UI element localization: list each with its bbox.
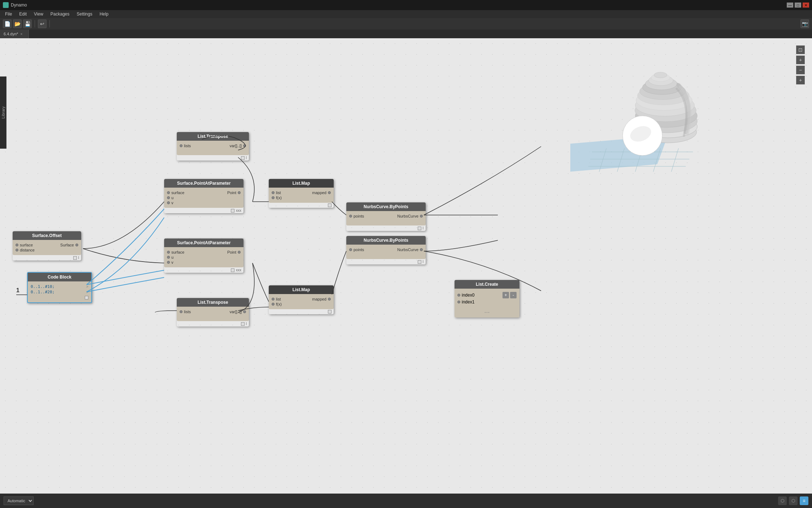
maximize-button[interactable]: □ <box>795 3 801 8</box>
run-mode-select[interactable]: Automatic Manual <box>4 496 34 505</box>
close-button[interactable]: ✕ <box>803 3 809 8</box>
list-transpose-2-header: List.Transpose <box>177 298 249 307</box>
menu-view[interactable]: View <box>30 11 47 17</box>
fit-button[interactable]: ⊡ <box>796 45 805 54</box>
list-map-2-node[interactable]: List.Map list mapped f(x) <box>269 285 334 314</box>
library-label: Library <box>1 106 5 119</box>
zoom-out-button[interactable]: − <box>796 66 805 74</box>
status-icon-3[interactable]: ≡ <box>800 496 808 505</box>
svg-line-1 <box>599 148 606 172</box>
node-checkbox-4[interactable] <box>328 310 332 314</box>
status-icon-1[interactable]: ⬡ <box>778 496 787 505</box>
nurbscurve-out-2 <box>420 248 423 251</box>
lists-label: lists <box>184 144 191 148</box>
surface-label: surface <box>171 190 184 195</box>
open-button[interactable]: 📂 <box>13 19 22 28</box>
nurbs-curve-1-body: points NurbsCurve <box>346 211 426 225</box>
code-block-node[interactable]: 1 Code Block 0..1..#10; > 0..1..#20; > <box>27 272 92 303</box>
node-checkbox-8[interactable] <box>241 322 245 326</box>
node-checkbox[interactable] <box>241 156 245 160</box>
list-transpose-1-node[interactable]: List.Transpose lists var[]..[] l <box>177 132 249 161</box>
zoom-in-button[interactable]: + <box>796 56 805 64</box>
list-port-2 <box>272 298 275 301</box>
connections-svg <box>0 38 812 508</box>
status-icons: ⬡ ⬡ ≡ <box>778 496 808 505</box>
zoom-reset-button[interactable]: + <box>796 76 805 84</box>
save-button[interactable]: 💾 <box>23 19 32 28</box>
camera-button[interactable]: 📷 <box>800 19 809 28</box>
point-label-2: Point <box>227 250 236 254</box>
node-checkbox-6[interactable] <box>418 260 421 264</box>
surface-in-label: surface <box>20 243 33 247</box>
u-port-2 <box>167 256 170 259</box>
vararray-label-2: var[]..[] <box>229 310 242 314</box>
mapped-out-2 <box>328 298 331 301</box>
list-transpose-2-node[interactable]: List.Transpose lists var[]..[] l <box>177 298 249 327</box>
menu-settings[interactable]: Settings <box>73 11 96 17</box>
menu-file[interactable]: File <box>1 11 16 17</box>
v-port-2 <box>167 261 170 264</box>
vararray-label: var[]..[] <box>229 144 242 148</box>
surface-offset-header: Surface.Offset <box>13 231 81 240</box>
mapped-out-1 <box>328 191 331 194</box>
surface-port-2 <box>167 251 170 254</box>
index1-label: index1 <box>462 299 474 305</box>
code-block-body: 0..1..#10; > 0..1..#20; > <box>28 281 91 302</box>
code-block-checkbox[interactable] <box>85 296 88 299</box>
mapped-label-2: mapped <box>312 297 326 301</box>
surface-label-2: surface <box>171 250 184 254</box>
new-button[interactable]: 📄 <box>3 19 12 28</box>
surface-offset-node[interactable]: Surface.Offset surface Surface distance <box>13 231 81 260</box>
mapped-label-1: mapped <box>312 190 326 195</box>
nurbscurve-label-2: NurbsCurve <box>397 248 418 252</box>
tab-bar: 6.4.dyn* × <box>0 30 812 38</box>
distance-label: distance <box>20 248 35 252</box>
node-checkbox-2[interactable] <box>231 268 234 272</box>
canvas[interactable]: Library ⊡ + − + <box>0 38 812 508</box>
lists-port-dot <box>180 144 183 147</box>
svg-point-19 <box>645 78 677 90</box>
tab-close-button[interactable]: × <box>20 32 22 36</box>
undo-button[interactable]: ↩ <box>38 19 47 28</box>
node-checkbox-5[interactable] <box>418 227 421 230</box>
nurbs-curve-1-node[interactable]: NurbsCurve.ByPoints points NurbsCurve l <box>346 202 426 231</box>
svg-point-13 <box>635 99 696 122</box>
nurbs-curve-2-node[interactable]: NurbsCurve.ByPoints points NurbsCurve l <box>346 236 426 264</box>
u-port <box>167 196 170 199</box>
menu-edit[interactable]: Edit <box>16 11 30 17</box>
code-block-header: Code Block <box>28 273 91 281</box>
points-label-1: points <box>354 214 364 218</box>
node-checkbox-7[interactable] <box>73 256 77 260</box>
tab-main[interactable]: 6.4.dyn* × <box>0 30 29 38</box>
library-panel[interactable]: Library <box>0 76 6 149</box>
surface-point-param-2-body: surface Point u v <box>164 247 243 267</box>
node-checkbox-3[interactable] <box>328 203 332 207</box>
distance-port <box>16 249 18 251</box>
u-label-2: u <box>171 255 174 259</box>
list-create-remove-button[interactable]: - <box>510 292 517 298</box>
node-checkbox-1[interactable] <box>231 209 234 213</box>
fx-label-2: f(x) <box>276 302 282 306</box>
node-small-l-1: l <box>423 226 423 230</box>
surface-point-param-1-node[interactable]: Surface.PointAtParameter surface Point u <box>164 179 243 213</box>
minimize-button[interactable]: — <box>787 3 793 8</box>
surface-point-param-2-node[interactable]: Surface.PointAtParameter surface Point u <box>164 238 243 273</box>
surface-out-label: Surface <box>60 243 74 247</box>
list-map-1-node[interactable]: List.Map list mapped f(x) <box>269 179 334 208</box>
menu-packages[interactable]: Packages <box>47 11 73 17</box>
node-small-l-2: l <box>423 260 423 264</box>
svg-point-14 <box>635 95 694 116</box>
list-transpose-1-body: lists var[]..[] <box>177 141 249 155</box>
status-icon-2[interactable]: ⬡ <box>789 496 798 505</box>
svg-point-15 <box>636 90 692 110</box>
tab-label: 6.4.dyn* <box>4 32 18 36</box>
menu-help[interactable]: Help <box>96 11 112 17</box>
list-create-add-button[interactable]: + <box>502 292 509 298</box>
svg-point-10 <box>638 115 697 138</box>
list-map-2-header: List.Map <box>269 285 334 294</box>
list-create-node[interactable]: List.Create index0 + - index1 ... <box>455 280 519 318</box>
fx-port-1 <box>272 196 275 199</box>
code-arrow-2: > <box>86 290 88 294</box>
window-controls: — □ ✕ <box>787 3 809 8</box>
svg-point-9 <box>639 121 697 143</box>
